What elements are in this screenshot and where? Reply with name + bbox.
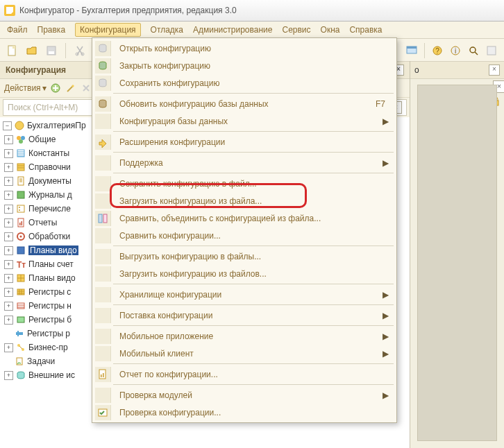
svg-rect-16: [487, 46, 496, 55]
cut-button[interactable]: [72, 42, 88, 59]
menu-check-config[interactable]: Проверка конфигурации...: [92, 404, 396, 421]
expander-icon[interactable]: +: [4, 246, 13, 255]
menu-report[interactable]: Отчет по конфигурации...: [92, 365, 396, 383]
menu-separator: [113, 284, 394, 284]
accountplans-icon: Тт: [15, 259, 26, 270]
menu-db-config[interactable]: Конфигурация базы данных ▶: [92, 112, 396, 130]
menu-import-files[interactable]: Загрузить конфигурацию из файлов...: [92, 265, 396, 282]
svg-point-18: [15, 121, 24, 130]
menu-update-db[interactable]: Обновить конфигурацию базы данных F7: [92, 95, 396, 112]
svg-rect-40: [16, 332, 23, 335]
svg-point-33: [20, 236, 22, 238]
expander-icon[interactable]: +: [4, 288, 13, 297]
menu-save-config[interactable]: Сохранить конфигурацию: [92, 74, 396, 92]
save-button[interactable]: [43, 42, 60, 59]
calcreg-icon: [14, 328, 25, 339]
editor-body: [417, 85, 497, 441]
menu-separator: [113, 173, 394, 173]
svg-rect-39: [17, 317, 24, 322]
svg-rect-51: [99, 214, 102, 223]
add-button[interactable]: [49, 82, 62, 94]
report-icon: [95, 367, 111, 382]
expander-icon[interactable]: +: [4, 177, 13, 186]
expander-icon[interactable]: +: [4, 163, 13, 172]
menu-mobile-app[interactable]: Мобильное приложение ▶: [92, 327, 396, 345]
menu-compare-configs[interactable]: Сравнить конфигурации...: [92, 227, 396, 244]
editor-tab-label[interactable]: о: [414, 65, 419, 75]
svg-rect-29: [18, 218, 24, 227]
menu-save-to-file[interactable]: Сохранить конфигурацию в файл...: [92, 175, 396, 192]
menu-open-config[interactable]: Открыть конфигурацию: [92, 40, 396, 57]
enums-icon: [15, 203, 26, 214]
expander-icon[interactable]: +: [4, 205, 13, 214]
submenu-arrow-icon: ▶: [383, 390, 389, 400]
search-button[interactable]: [465, 42, 482, 59]
menu-configuration[interactable]: Конфигурация: [75, 23, 141, 37]
expander-icon[interactable]: +: [4, 135, 13, 144]
inforeg-icon: [15, 286, 26, 298]
browser-button[interactable]: [483, 42, 500, 59]
menu-windows[interactable]: Окна: [321, 25, 340, 35]
expander-icon[interactable]: +: [4, 316, 13, 325]
expander-icon[interactable]: +: [4, 191, 13, 200]
svg-rect-30: [19, 223, 21, 225]
svg-line-15: [475, 52, 478, 55]
menu-close-config[interactable]: Закрыть конфигурацию: [92, 57, 396, 74]
update-db-icon: [95, 96, 111, 112]
accountreg-icon: [15, 314, 26, 325]
actions-menu[interactable]: Действия▾: [4, 83, 47, 93]
menu-edit[interactable]: Правка: [37, 25, 66, 35]
menu-support[interactable]: Поддержка ▶: [92, 154, 396, 171]
menu-delivery[interactable]: Поставка конфигурации ▶: [92, 307, 396, 324]
expander-icon[interactable]: +: [4, 371, 13, 380]
svg-rect-26: [17, 205, 24, 212]
expander-icon[interactable]: +: [4, 274, 13, 283]
menu-service[interactable]: Сервис: [282, 25, 310, 35]
menu-mobile-client[interactable]: Мобильный клиент ▶: [92, 345, 396, 362]
svg-text:Тт: Тт: [17, 260, 26, 269]
new-button[interactable]: [4, 42, 21, 59]
submenu-arrow-icon: ▶: [383, 290, 389, 300]
expander-icon[interactable]: +: [4, 149, 13, 158]
app-icon: [4, 5, 15, 16]
menu-extensions[interactable]: Расширения конфигурации: [92, 133, 396, 150]
svg-rect-1: [12, 46, 15, 49]
expander-icon[interactable]: +: [4, 218, 13, 227]
wand-button[interactable]: [65, 82, 77, 94]
expander-icon[interactable]: −: [3, 121, 12, 130]
open-button[interactable]: [24, 42, 40, 59]
submenu-arrow-icon: ▶: [383, 311, 389, 320]
menu-check-modules[interactable]: Проверка модулей ▶: [92, 386, 396, 404]
editor-tabbar: о ×: [410, 61, 504, 79]
configuration-dropdown: Открыть конфигурацию Закрыть конфигураци…: [92, 37, 397, 423]
svg-rect-9: [407, 46, 417, 49]
expander-icon[interactable]: +: [4, 260, 13, 269]
reports-icon: [15, 217, 26, 228]
svg-rect-54: [101, 374, 102, 377]
about-button[interactable]: i: [447, 42, 464, 59]
menu-compare-merge-file[interactable]: Сравнить, объединить с конфигурацией из …: [92, 209, 396, 227]
menu-file[interactable]: Файл: [7, 25, 28, 35]
delete-button[interactable]: [80, 82, 92, 94]
tree-root-label: БухгалтерияПр: [27, 121, 86, 130]
menu-bar: Файл Правка Конфигурация Отладка Админис…: [0, 21, 504, 39]
expander-icon[interactable]: +: [4, 343, 13, 352]
menu-debug[interactable]: Отладка: [151, 25, 183, 35]
menu-help[interactable]: Справка: [349, 25, 382, 35]
accumreg-icon: [15, 300, 26, 311]
expander-icon[interactable]: +: [4, 232, 13, 241]
menu-admin[interactable]: Администрирование: [193, 25, 272, 35]
menu-repository[interactable]: Хранилище конфигурации ▶: [92, 286, 396, 303]
expander-icon[interactable]: +: [4, 302, 13, 311]
editor-tab-close[interactable]: ×: [489, 64, 500, 76]
submenu-arrow-icon: ▶: [383, 117, 389, 126]
charttype-icon: [15, 245, 26, 256]
window-list-button[interactable]: [403, 42, 420, 59]
menu-export-files[interactable]: Выгрузить конфигурацию в файлы...: [92, 248, 396, 265]
help-tool-button[interactable]: ?: [429, 42, 446, 59]
save-config-icon: [95, 76, 111, 91]
constants-icon: [15, 148, 26, 159]
svg-rect-25: [17, 191, 24, 198]
shortcut-label: F7: [376, 99, 389, 109]
menu-load-from-file[interactable]: Загрузить конфигурацию из файла...: [92, 192, 396, 209]
